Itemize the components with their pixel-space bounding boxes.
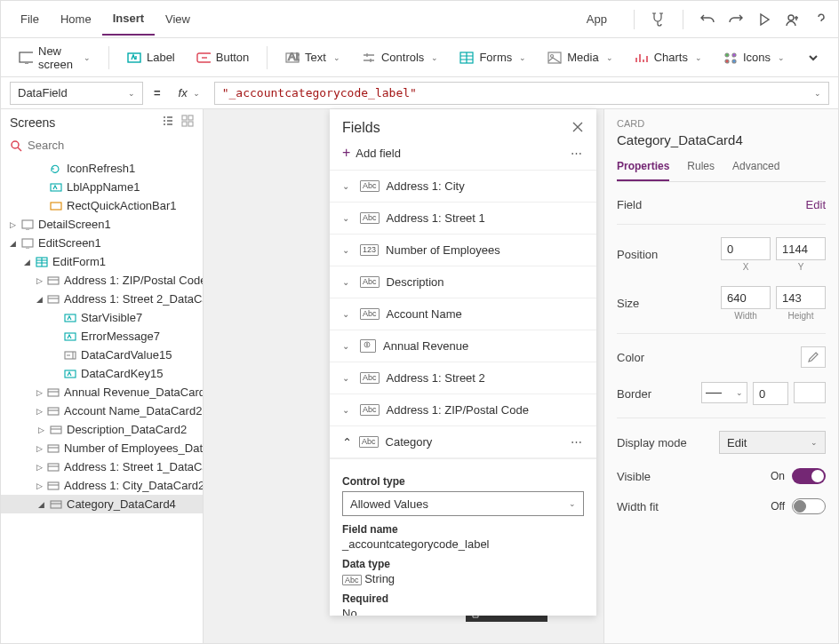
tree-node[interactable]: RectQuickActionBar1	[1, 196, 203, 215]
control-type-label: Control type	[342, 475, 584, 488]
menu-view[interactable]: View	[155, 4, 201, 35]
border-color-picker[interactable]	[794, 382, 826, 403]
color-picker[interactable]	[801, 346, 826, 368]
thumbnail-view-icon[interactable]	[181, 115, 194, 130]
expand-icon[interactable]: ▷	[36, 407, 43, 416]
chevron-down-icon: ⌄	[814, 89, 821, 98]
menu-home[interactable]: Home	[50, 4, 102, 35]
property-selector[interactable]: DataField ⌄	[10, 82, 143, 105]
add-field-button[interactable]: + Add field	[342, 145, 401, 161]
search-box[interactable]	[1, 135, 203, 155]
type-icon: Abc	[360, 180, 380, 192]
widthfit-toggle[interactable]	[792, 498, 826, 514]
tree-node[interactable]: LblAppName1	[1, 178, 203, 196]
forms-dropdown[interactable]: Forms⌄	[452, 45, 533, 70]
border-style-select[interactable]: ⌄	[701, 382, 747, 403]
tree-view-icon[interactable]	[162, 115, 174, 130]
field-item[interactable]: ⌄AbcDescription	[330, 266, 596, 298]
expand-icon[interactable]: ◢	[8, 239, 17, 248]
tree-node[interactable]: ▷Annual Revenue_DataCard2	[1, 383, 203, 402]
tree-node[interactable]: ▷Address 1: Street 1_DataCar	[1, 457, 203, 476]
expand-icon[interactable]: ◢	[36, 295, 43, 304]
share-icon[interactable]	[785, 12, 801, 28]
field-item[interactable]: ⌄AbcAddress 1: ZIP/Postal Code	[330, 394, 596, 425]
controls-dropdown[interactable]: Controls⌄	[355, 45, 445, 70]
more-icon[interactable]: ⋯	[571, 435, 584, 449]
search-input[interactable]	[28, 139, 194, 152]
tree-node[interactable]: ◢Category_DataCard4	[1, 495, 203, 513]
edit-field-button[interactable]: Edit	[806, 198, 826, 211]
tree-node[interactable]: ▷Address 1: ZIP/Postal Code_	[1, 271, 203, 290]
media-dropdown[interactable]: Media⌄	[540, 45, 619, 70]
formula-input[interactable]: "_accountcategorycode_label" ⌄	[214, 82, 829, 105]
border-width-input[interactable]: 0	[753, 382, 788, 405]
expand-icon[interactable]: ▷	[36, 481, 43, 490]
tree-node[interactable]: ◢EditForm1	[1, 252, 203, 271]
svg-rect-19	[51, 203, 61, 210]
tree-node[interactable]: ▷DetailScreen1	[1, 215, 203, 234]
display-mode-select[interactable]: Edit⌄	[719, 431, 826, 454]
more-icon[interactable]: ⋯	[571, 147, 584, 160]
text-dropdown[interactable]: Abc Text⌄	[278, 45, 348, 70]
tree-node[interactable]: ▷Account Name_DataCard2	[1, 402, 203, 420]
chevron-down-icon: ⌄	[342, 405, 353, 415]
tree-node[interactable]: StarVisible7	[1, 308, 203, 327]
tab-advanced[interactable]: Advanced	[732, 156, 779, 181]
expand-icon[interactable]: ▷	[36, 276, 43, 285]
label-button[interactable]: Label	[120, 45, 182, 70]
field-item[interactable]: ⌄123Number of Employees	[330, 234, 596, 266]
help-icon[interactable]	[813, 12, 829, 28]
field-item-expanded[interactable]: ⌄AbcCategory ⋯	[330, 425, 596, 458]
charts-dropdown[interactable]: Charts⌄	[627, 45, 709, 70]
screen-icon	[19, 51, 33, 65]
field-item[interactable]: ⌄Annual Revenue	[330, 330, 596, 362]
menu-app[interactable]: App	[576, 4, 618, 35]
tree-node[interactable]: ▷Description_DataCard2	[1, 420, 203, 439]
tree-node[interactable]: ▷Address 1: City_DataCard2	[1, 476, 203, 495]
position-y-input[interactable]: 1144	[776, 237, 826, 260]
expand-icon[interactable]: ▷	[36, 444, 43, 453]
preview-icon[interactable]	[756, 12, 772, 28]
height-input[interactable]: 143	[776, 286, 826, 309]
tree-node[interactable]: ◢Address 1: Street 2_DataCar	[1, 290, 203, 308]
tree-node-label: StarVisible7	[81, 311, 142, 324]
tree-node[interactable]: ▷Number of Employees_Data	[1, 439, 203, 457]
svg-rect-16	[188, 122, 193, 126]
button-icon	[196, 51, 211, 65]
field-item[interactable]: ⌄AbcAddress 1: Street 1	[330, 202, 596, 234]
diagnostics-icon[interactable]	[651, 12, 667, 28]
field-item[interactable]: ⌄AbcAddress 1: City	[330, 170, 596, 202]
expand-icon[interactable]: ▷	[36, 463, 43, 472]
visible-toggle[interactable]	[792, 468, 826, 484]
expand-icon[interactable]: ▷	[36, 425, 45, 434]
icons-dropdown[interactable]: Icons⌄	[716, 45, 792, 70]
redo-icon[interactable]	[728, 12, 744, 28]
position-x-input[interactable]: 0	[721, 237, 771, 260]
fx-button[interactable]: fx ⌄	[172, 86, 207, 99]
tree-node[interactable]: ErrorMessage7	[1, 327, 203, 346]
menu-insert[interactable]: Insert	[102, 3, 155, 36]
expand-icon[interactable]: ▷	[8, 220, 17, 229]
tree-node[interactable]: DataCardValue15	[1, 346, 203, 364]
width-input[interactable]: 640	[721, 286, 771, 309]
new-screen-button[interactable]: New screen ⌄	[12, 39, 98, 76]
tree-node[interactable]: ◢EditScreen1	[1, 234, 203, 252]
control-type-select[interactable]: Allowed Values⌄	[342, 491, 584, 516]
tab-rules[interactable]: Rules	[687, 156, 715, 181]
tree-node[interactable]: DataCardKey15	[1, 364, 203, 383]
expand-icon[interactable]: ▷	[36, 388, 43, 397]
menu-file[interactable]: File	[10, 4, 50, 35]
expand-icon[interactable]: ◢	[36, 500, 45, 509]
field-item[interactable]: ⌄AbcAccount Name	[330, 298, 596, 330]
chevron-down-icon: ⌄	[342, 213, 353, 223]
expand-icon[interactable]: ◢	[22, 258, 31, 266]
tab-properties[interactable]: Properties	[617, 156, 669, 181]
expand-ribbon[interactable]	[799, 45, 827, 70]
button-button[interactable]: Button	[189, 45, 257, 70]
field-item[interactable]: ⌄AbcAddress 1: Street 2	[330, 362, 596, 394]
close-icon[interactable]	[571, 121, 584, 136]
control-icon	[50, 200, 62, 212]
screens-tree[interactable]: IconRefresh1LblAppName1RectQuickActionBa…	[1, 155, 203, 644]
tree-node[interactable]: IconRefresh1	[1, 159, 203, 178]
undo-icon[interactable]	[699, 12, 715, 28]
